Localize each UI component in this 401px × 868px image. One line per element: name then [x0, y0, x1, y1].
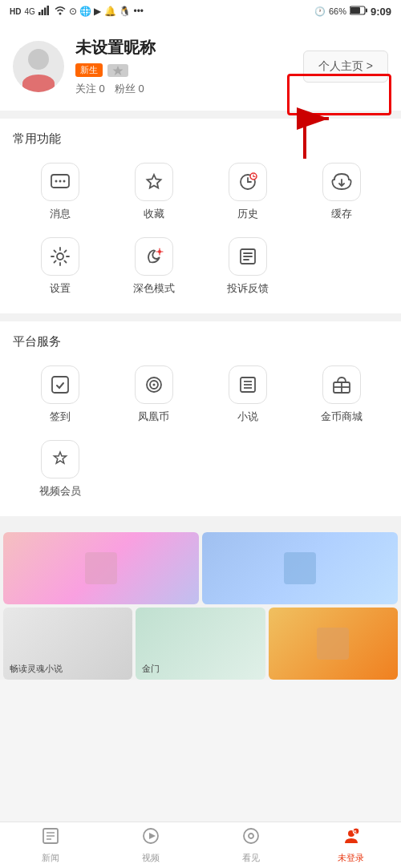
svg-rect-3	[47, 6, 49, 15]
phoenix-coin-icon-box	[135, 365, 173, 404]
common-settings[interactable]: 设置	[13, 232, 107, 301]
platform-grid-2: 视频会员	[13, 435, 388, 503]
novel-icon-box	[229, 365, 267, 404]
platform-signin[interactable]: 签到	[13, 361, 107, 429]
banner-card-3[interactable]: 畅读灵魂小说	[3, 608, 132, 680]
svg-point-4	[59, 13, 61, 15]
nav-discover-icon	[242, 827, 260, 850]
settings-label: 设置	[50, 281, 71, 296]
common-favorites[interactable]: 收藏	[107, 158, 200, 226]
section-divider-1	[0, 111, 401, 119]
common-functions-section: 常用功能 消息	[0, 119, 401, 313]
status-wifi	[55, 6, 66, 17]
dark-mode-label: 深色模式	[133, 281, 175, 296]
gold-shop-label: 金币商城	[321, 410, 363, 424]
banner-thumb-2	[284, 552, 316, 584]
cache-icon-box	[322, 163, 361, 201]
section-divider-3	[0, 516, 401, 524]
svg-point-11	[55, 180, 57, 183]
banner-card-4[interactable]: 金门	[136, 608, 265, 680]
status-icons: ⊙ 🌐 ▶ 🔔 🐧 •••	[69, 6, 144, 17]
svg-point-12	[59, 180, 61, 183]
platform-novel[interactable]: 小说	[200, 361, 294, 429]
svg-point-40	[249, 834, 253, 838]
nav-profile-icon: B	[342, 827, 360, 850]
svg-rect-22	[52, 377, 68, 393]
banner-row-2: 畅读灵魂小说 金门	[0, 608, 401, 680]
message-label: 消息	[50, 207, 71, 221]
profile-home-button[interactable]: 个人主页 >	[303, 50, 388, 83]
status-battery-pct: 66%	[329, 6, 346, 16]
svg-rect-6	[350, 7, 360, 14]
feedback-icon-box	[229, 237, 267, 276]
nav-profile[interactable]: B 未登录	[301, 822, 401, 868]
gold-shop-icon-box	[322, 365, 361, 404]
status-bar: HD 4G ⊙ 🌐 ▶ 🔔 🐧 •••	[0, 0, 401, 22]
banner-card-2[interactable]	[202, 532, 398, 604]
common-functions-grid-1: 消息 收藏	[13, 158, 388, 226]
platform-services-section: 平台服务 签到	[0, 321, 401, 516]
svg-text:B: B	[354, 830, 357, 834]
empty-slot-4	[294, 435, 388, 503]
platform-services-title: 平台服务	[13, 334, 388, 349]
common-feedback[interactable]: 投诉反馈	[200, 232, 294, 301]
banner-card-1[interactable]	[3, 532, 199, 604]
nav-video[interactable]: 视频	[100, 822, 200, 868]
svg-rect-2	[44, 8, 47, 16]
status-left: HD 4G ⊙ 🌐 ▶ 🔔 🐧 •••	[10, 6, 144, 17]
banner-thumb-1	[85, 552, 117, 584]
cache-label: 缓存	[331, 207, 352, 221]
banner-row-1	[0, 532, 401, 604]
nav-news[interactable]: 新闻	[0, 822, 100, 868]
platform-video-member[interactable]: 视频会员	[13, 435, 107, 503]
nav-video-label: 视频	[142, 852, 160, 864]
avatar-figure	[13, 41, 64, 92]
phoenix-coin-label: 凤凰币	[138, 410, 169, 424]
status-time: 9:09	[371, 6, 391, 18]
badge-level	[107, 64, 128, 77]
section-divider-2	[0, 313, 401, 321]
novel-label: 小说	[237, 410, 258, 424]
avatar[interactable]	[13, 41, 64, 92]
nav-news-label: 新闻	[42, 852, 59, 864]
profile-left: 未设置昵称 新生 关注 0 粉丝 0	[13, 37, 156, 96]
common-functions-title: 常用功能	[13, 131, 388, 147]
following-count: 关注 0	[75, 82, 105, 96]
svg-rect-7	[366, 9, 367, 13]
svg-marker-38	[149, 833, 156, 839]
status-right: 🕐 66% 9:09	[314, 6, 391, 18]
video-member-icon-box	[41, 440, 79, 478]
common-dark-mode[interactable]: 深色模式	[107, 232, 200, 301]
message-icon-box	[41, 163, 79, 201]
favorites-label: 收藏	[144, 207, 164, 221]
svg-point-25	[152, 384, 155, 386]
badge-new: 新生	[75, 63, 103, 77]
signin-label: 签到	[50, 410, 71, 424]
platform-phoenix-coin[interactable]: 凤凰币	[107, 361, 200, 429]
common-cache[interactable]: 缓存	[294, 158, 388, 226]
avatar-body	[22, 75, 55, 92]
common-history[interactable]: 历史	[200, 158, 294, 226]
avatar-head	[28, 49, 49, 70]
banner-label-4: 金门	[142, 663, 160, 675]
common-message[interactable]: 消息	[13, 158, 107, 226]
empty-slot-1	[294, 232, 388, 301]
common-functions-grid-2: 设置 深色模式	[13, 232, 388, 301]
nav-news-icon	[42, 827, 59, 850]
banner-label-3: 畅读灵魂小说	[10, 663, 63, 675]
followers-count: 粉丝 0	[115, 82, 144, 96]
svg-rect-1	[41, 10, 43, 15]
dark-mode-icon-box	[135, 237, 173, 276]
favorites-icon-box	[135, 163, 173, 201]
profile-section: 未设置昵称 新生 关注 0 粉丝 0 个人主页 >	[0, 22, 401, 111]
nav-discover-label: 看见	[242, 852, 260, 864]
empty-slot-3	[200, 435, 294, 503]
platform-gold-shop[interactable]: 金币商城	[294, 361, 388, 429]
banner-card-5[interactable]	[269, 608, 398, 680]
profile-info: 未设置昵称 新生 关注 0 粉丝 0	[75, 37, 156, 96]
profile-stats: 关注 0 粉丝 0	[75, 82, 156, 96]
svg-point-16	[57, 253, 63, 260]
svg-point-39	[244, 829, 258, 843]
status-battery-icon	[350, 6, 367, 17]
nav-discover[interactable]: 看见	[200, 822, 301, 868]
